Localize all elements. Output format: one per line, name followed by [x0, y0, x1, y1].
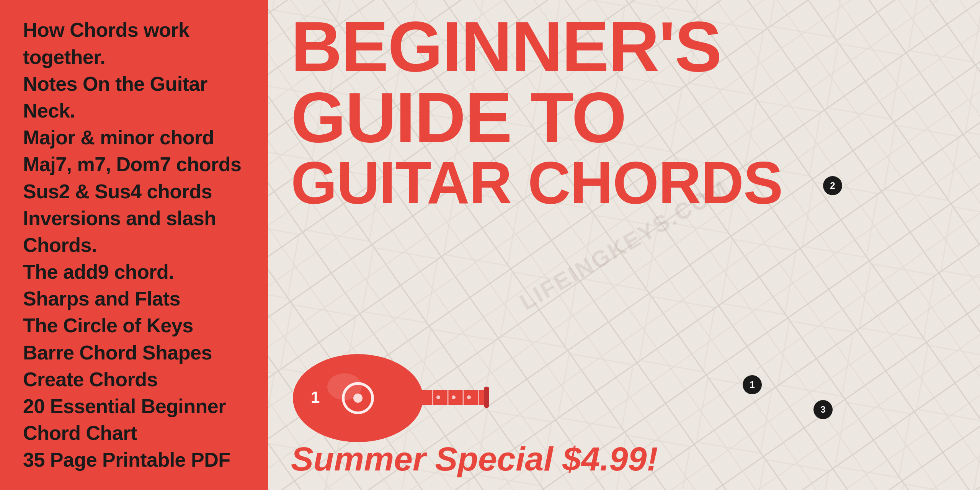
title-line2: GUIDE TO: [291, 82, 969, 153]
list-item-8: Sharps and Flats: [23, 285, 245, 312]
list-item-9: The Circle of Keys: [23, 312, 245, 339]
list-item-13: 35 Page Printable PDF: [23, 446, 245, 473]
list-item-1: How Chords work together.: [23, 16, 245, 70]
list-item-10: Barre Chord Shapes: [23, 339, 245, 366]
title-line1: BEGINNER'S: [291, 11, 969, 82]
list-item-11: Create Chords: [23, 366, 245, 393]
fret-dot-3: 3: [813, 400, 833, 419]
list-item-2: Notes On the Guitar Neck.: [23, 70, 245, 124]
svg-rect-20: [484, 387, 489, 408]
guitar-illustration: 1: [291, 329, 490, 452]
list-item-6: Inversions and slash Chords.: [23, 205, 245, 258]
svg-point-21: [327, 373, 362, 400]
svg-point-17: [436, 395, 440, 399]
fret-dot-2: 2: [823, 176, 842, 195]
svg-point-19: [467, 395, 471, 399]
fret-dot-1: 1: [743, 375, 762, 394]
left-panel: How Chords work together. Notes On the G…: [0, 0, 268, 490]
summer-special-text: Summer Special $4.99!: [291, 439, 969, 479]
list-item-7: The add9 chord.: [23, 258, 245, 285]
list-item-5: Sus2 & Sus4 chords: [23, 178, 245, 205]
list-item-4: Maj7, m7, Dom7 chords: [23, 151, 245, 178]
right-panel: LIFEINGKEYS.COM BEGINNER'S GUIDE TO GUIT…: [268, 0, 980, 490]
topics-list: How Chords work together. Notes On the G…: [23, 16, 245, 473]
title-block: BEGINNER'S GUIDE TO GUITAR CHORDS: [291, 11, 969, 212]
title-line3: GUITAR CHORDS: [291, 153, 969, 212]
svg-point-18: [452, 395, 456, 399]
list-item-3: Major & minor chord: [23, 124, 245, 151]
list-item-12: 20 Essential Beginner Chord Chart: [23, 393, 245, 446]
svg-text:1: 1: [311, 388, 320, 406]
